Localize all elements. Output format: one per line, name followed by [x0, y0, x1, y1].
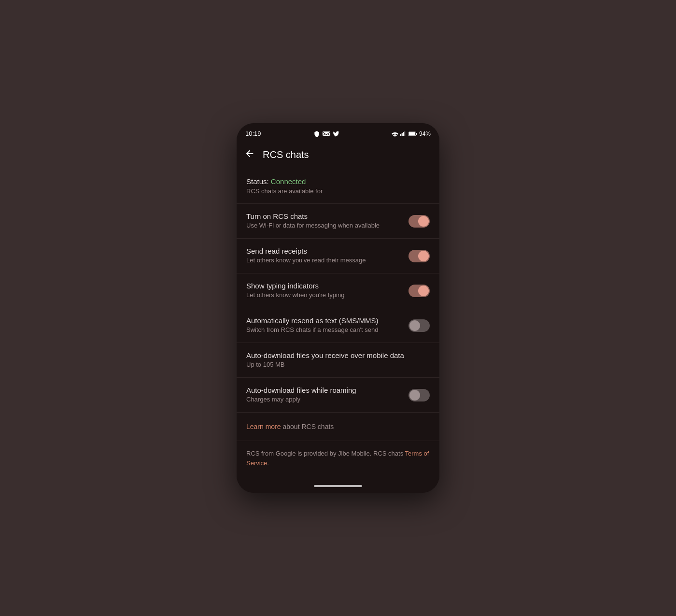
setting-auto-download-mobile-subtitle: Up to 105 MB: [246, 361, 424, 369]
setting-turn-on-rcs-title: Turn on RCS chats: [246, 212, 403, 220]
battery-text: 94%: [419, 130, 431, 137]
phone-frame: 10:19: [237, 123, 439, 493]
status-section: Status: Connected RCS chats are availabl…: [237, 169, 439, 204]
learn-more-link[interactable]: Learn more: [246, 423, 281, 430]
toggle-thumb: [409, 320, 420, 331]
setting-send-read-receipts-text: Send read receipts Let others know you'v…: [246, 247, 408, 265]
status-value: Connected: [271, 177, 306, 186]
setting-turn-on-rcs[interactable]: Turn on RCS chats Use Wi-Fi or data for …: [237, 204, 439, 239]
svg-rect-3: [404, 131, 405, 136]
setting-auto-download-mobile-text: Auto-download files you receive over mob…: [246, 351, 430, 369]
toggle-thumb: [418, 216, 429, 227]
toggle-auto-download-roaming[interactable]: [408, 389, 430, 401]
svg-rect-6: [409, 132, 416, 135]
setting-show-typing-indicators-title: Show typing indicators: [246, 282, 403, 290]
setting-turn-on-rcs-text: Turn on RCS chats Use Wi-Fi or data for …: [246, 212, 408, 230]
app-bar: RCS chats: [237, 143, 439, 169]
toggle-thumb: [418, 286, 429, 296]
toggle-thumb: [418, 251, 429, 261]
status-label: Status: Connected: [246, 177, 424, 186]
status-time: 10:19: [245, 130, 261, 137]
setting-auto-download-mobile[interactable]: Auto-download files you receive over mob…: [237, 343, 439, 378]
setting-show-typing-indicators-subtitle: Let others know when you're typing: [246, 291, 403, 300]
setting-send-read-receipts[interactable]: Send read receipts Let others know you'v…: [237, 239, 439, 273]
battery-icon: [408, 131, 417, 137]
toggle-turn-on-rcs[interactable]: [408, 215, 430, 228]
tos-link[interactable]: Terms of Service: [246, 450, 429, 467]
svg-rect-0: [400, 134, 401, 136]
status-description: RCS chats are available for: [246, 187, 424, 196]
gmail-icon: [323, 131, 330, 137]
wifi-icon: [392, 131, 398, 137]
setting-auto-resend-subtitle: Switch from RCS chats if a message can't…: [246, 326, 403, 334]
back-button[interactable]: [244, 148, 255, 161]
status-bar: 10:19: [237, 123, 439, 143]
home-bar: [314, 485, 362, 487]
home-indicator: [237, 477, 439, 493]
status-text: Status: Connected RCS chats are availabl…: [246, 177, 430, 196]
toggle-thumb: [409, 390, 420, 401]
setting-auto-download-mobile-title: Auto-download files you receive over mob…: [246, 351, 424, 359]
setting-send-read-receipts-subtitle: Let others know you've read their messag…: [246, 257, 403, 265]
svg-rect-1: [402, 133, 403, 136]
setting-send-read-receipts-title: Send read receipts: [246, 247, 403, 255]
setting-show-typing-indicators-text: Show typing indicators Let others know w…: [246, 282, 408, 300]
shield-icon: [313, 130, 320, 137]
setting-auto-resend-title: Automatically resend as text (SMS/MMS): [246, 316, 403, 325]
footer-text: RCS from Google is provided by Jibe Mobi…: [246, 449, 430, 468]
svg-rect-5: [416, 133, 417, 135]
page-title: RCS chats: [263, 149, 309, 160]
toggle-send-read-receipts[interactable]: [408, 250, 430, 262]
setting-auto-resend[interactable]: Automatically resend as text (SMS/MMS) S…: [237, 308, 439, 343]
twitter-icon: [333, 130, 339, 137]
content: Status: Connected RCS chats are availabl…: [237, 169, 439, 477]
status-icons-left: [313, 130, 339, 137]
setting-show-typing-indicators[interactable]: Show typing indicators Let others know w…: [237, 273, 439, 308]
signal-icon: [400, 131, 407, 137]
setting-auto-resend-text: Automatically resend as text (SMS/MMS) S…: [246, 316, 408, 334]
setting-turn-on-rcs-subtitle: Use Wi-Fi or data for messaging when ava…: [246, 222, 403, 230]
setting-auto-download-roaming-subtitle: Charges may apply: [246, 396, 403, 404]
toggle-auto-resend[interactable]: [408, 319, 430, 332]
setting-auto-download-roaming[interactable]: Auto-download files while roaming Charge…: [237, 378, 439, 413]
learn-more-section: Learn more about RCS chats: [237, 413, 439, 441]
setting-auto-download-roaming-text: Auto-download files while roaming Charge…: [246, 386, 408, 404]
footer-section: RCS from Google is provided by Jibe Mobi…: [237, 441, 439, 477]
learn-more-text: about RCS chats: [281, 423, 334, 430]
status-right: 94%: [392, 130, 431, 137]
toggle-show-typing-indicators[interactable]: [408, 285, 430, 297]
svg-rect-2: [403, 132, 404, 136]
setting-auto-download-roaming-title: Auto-download files while roaming: [246, 386, 403, 394]
